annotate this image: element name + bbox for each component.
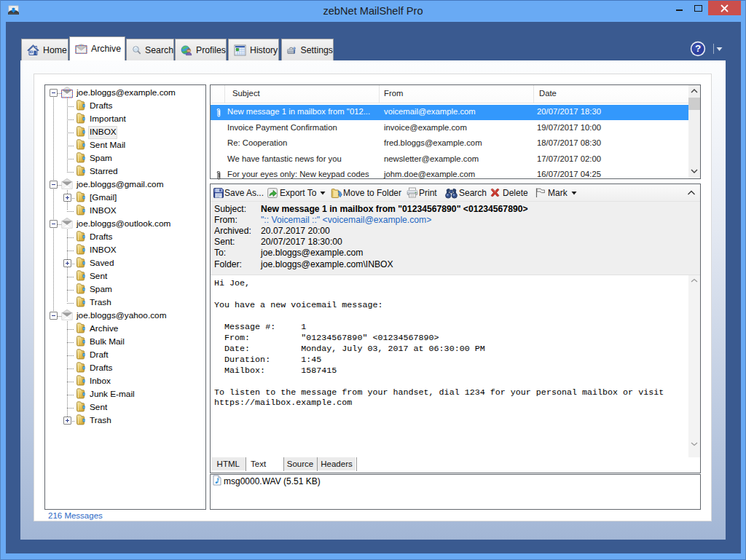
svg-text:?: ? xyxy=(695,43,701,54)
